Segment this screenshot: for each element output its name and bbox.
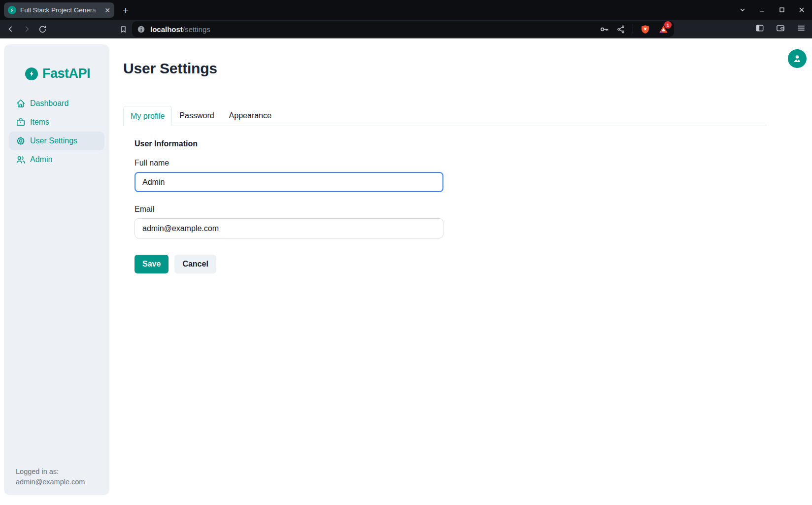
gear-icon	[16, 136, 26, 146]
tab-search-chevron-icon[interactable]	[736, 3, 749, 16]
share-icon[interactable]	[616, 25, 626, 34]
brave-shields-icon[interactable]	[640, 24, 650, 34]
minimize-icon[interactable]	[756, 3, 769, 16]
full-name-label: Full name	[135, 159, 443, 168]
window-controls	[736, 0, 808, 20]
url-path: /settings	[183, 25, 210, 34]
address-bar[interactable]: localhost/settings 1	[132, 21, 674, 37]
maximize-icon[interactable]	[776, 3, 788, 16]
brave-rewards-icon[interactable]: 1	[657, 23, 669, 35]
url-host: localhost	[150, 25, 183, 34]
profile-panel: User Information Full name Email Save Ca…	[135, 139, 443, 273]
new-tab-button[interactable]: +	[119, 4, 132, 17]
sidebar-nav: Dashboard Items User Settings Admin	[4, 94, 109, 169]
section-title: User Information	[135, 139, 443, 148]
fastapi-bolt-icon	[25, 67, 38, 80]
save-button[interactable]: Save	[135, 255, 169, 273]
briefcase-icon	[16, 117, 26, 127]
site-info-icon[interactable]	[137, 25, 145, 34]
home-icon	[16, 99, 26, 108]
menu-hamburger-icon[interactable]	[796, 23, 806, 33]
forward-icon[interactable]	[21, 23, 33, 35]
url-text: localhost/settings	[150, 25, 210, 34]
sidebar-item-label: Dashboard	[30, 99, 68, 108]
passwords-key-icon[interactable]	[599, 24, 609, 34]
logo-text: FastAPI	[42, 66, 90, 81]
logged-in-footer: Logged in as: admin@example.com	[16, 467, 85, 487]
sidebar-item-dashboard[interactable]: Dashboard	[9, 94, 104, 113]
user-icon	[792, 53, 803, 64]
browser-tab[interactable]: Full Stack Project Genera ✕	[4, 2, 114, 18]
toolbar-divider	[633, 25, 633, 34]
settings-tabs: My profile Password Appearance	[123, 105, 767, 126]
page-title: User Settings	[123, 60, 217, 77]
tab-my-profile[interactable]: My profile	[123, 106, 172, 126]
wallet-icon[interactable]	[776, 23, 785, 33]
sidebar-item-items[interactable]: Items	[9, 113, 104, 132]
sidebar-item-user-settings[interactable]: User Settings	[9, 132, 104, 150]
reload-icon[interactable]	[36, 23, 48, 35]
app-page: FastAPI Dashboard Items User Settings	[0, 38, 812, 505]
sidebar-item-label: Admin	[30, 155, 52, 164]
fastapi-favicon-icon	[8, 6, 16, 14]
rewards-badge: 1	[664, 21, 672, 29]
back-icon[interactable]	[5, 23, 17, 35]
form-actions: Save Cancel	[135, 255, 443, 273]
close-window-icon[interactable]	[795, 3, 808, 16]
tab-title: Full Stack Project Genera	[20, 6, 101, 15]
sidebar-panel-icon[interactable]	[755, 23, 765, 33]
sidebar: FastAPI Dashboard Items User Settings	[4, 44, 109, 495]
sidebar-item-label: User Settings	[30, 136, 77, 145]
email-label: Email	[135, 205, 443, 214]
full-name-input[interactable]	[135, 172, 443, 192]
fastapi-logo: FastAPI	[25, 66, 109, 81]
cancel-button[interactable]: Cancel	[174, 255, 216, 273]
browser-toolbar: localhost/settings 1	[0, 20, 812, 38]
user-avatar-button[interactable]	[788, 49, 807, 68]
browser-tab-bar: Full Stack Project Genera ✕ +	[0, 0, 812, 20]
tab-password[interactable]: Password	[172, 105, 221, 126]
tab-close-icon[interactable]: ✕	[104, 7, 110, 14]
bookmark-icon[interactable]	[117, 23, 129, 35]
sidebar-item-admin[interactable]: Admin	[9, 150, 104, 169]
tab-appearance[interactable]: Appearance	[222, 105, 279, 126]
logged-in-email: admin@example.com	[16, 477, 85, 487]
sidebar-item-label: Items	[30, 118, 49, 127]
users-icon	[16, 155, 26, 165]
email-input[interactable]	[135, 218, 443, 238]
logged-in-label: Logged in as:	[16, 467, 85, 477]
